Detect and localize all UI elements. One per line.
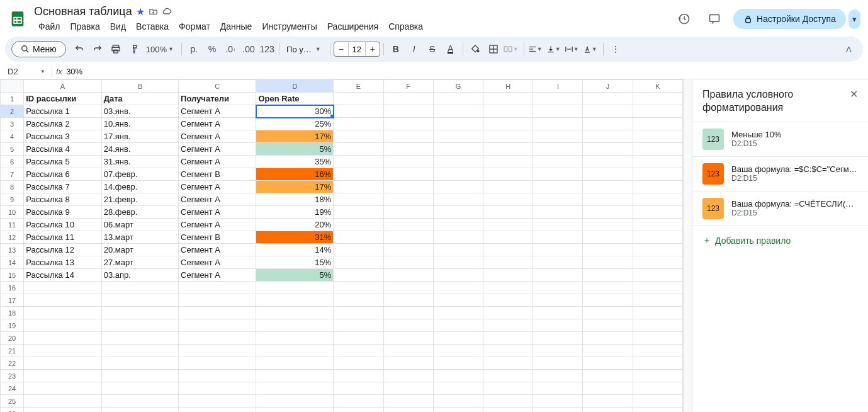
cell[interactable]	[583, 130, 633, 143]
cell[interactable]: 17%	[256, 181, 334, 193]
row-header-10[interactable]: 10	[1, 206, 24, 219]
column-header-H[interactable]: H	[483, 80, 533, 93]
cell[interactable]	[583, 168, 633, 181]
cell[interactable]	[433, 193, 483, 206]
cell[interactable]	[633, 382, 682, 395]
row-header-4[interactable]: 4	[1, 130, 24, 143]
cell[interactable]	[383, 206, 433, 219]
cell[interactable]	[256, 382, 334, 395]
cell[interactable]	[533, 219, 583, 231]
cell[interactable]	[334, 206, 383, 219]
more-formats-button[interactable]: 123	[258, 40, 276, 58]
cell[interactable]	[633, 168, 682, 181]
cell[interactable]	[433, 231, 483, 244]
cell[interactable]	[256, 408, 334, 413]
cell[interactable]	[583, 143, 633, 156]
redo-icon[interactable]	[89, 40, 106, 58]
move-folder-icon[interactable]	[149, 7, 158, 16]
vertical-scrollbar[interactable]	[683, 79, 692, 412]
row-header-8[interactable]: 8	[1, 181, 24, 193]
cell[interactable]	[483, 156, 533, 168]
cell[interactable]	[383, 408, 433, 413]
format-rule[interactable]: 123Ваша формула: =СЧЁТЕСЛИ($D$1D2:D15	[692, 191, 868, 226]
spreadsheet-grid[interactable]: ABCDEFGHIJK1ID рассылкиДатаПолучателиOpe…	[0, 79, 683, 412]
cell[interactable]	[334, 181, 383, 193]
cell[interactable]	[334, 118, 383, 130]
cell[interactable]: Рассылка 4	[24, 143, 101, 156]
cell[interactable]	[334, 332, 383, 345]
cell[interactable]	[583, 345, 633, 357]
cell[interactable]	[383, 345, 433, 357]
cell[interactable]	[334, 105, 383, 118]
cell[interactable]: Рассылка 6	[24, 168, 101, 181]
cell[interactable]	[334, 370, 383, 382]
cell[interactable]: Open Rate	[256, 93, 334, 105]
cell[interactable]	[24, 307, 101, 319]
cell[interactable]	[334, 143, 383, 156]
sheets-logo-icon[interactable]	[8, 9, 28, 29]
cell[interactable]: Рассылка 3	[24, 130, 101, 143]
row-header-16[interactable]: 16	[1, 282, 24, 294]
cloud-status-icon[interactable]	[162, 6, 172, 16]
cell[interactable]: 14%	[256, 244, 334, 256]
row-header-22[interactable]: 22	[1, 357, 24, 370]
cell[interactable]: Сегмент A	[179, 206, 256, 219]
cell[interactable]: Сегмент A	[179, 105, 256, 118]
cell[interactable]: 14.февр.	[101, 181, 178, 193]
cell[interactable]	[633, 244, 682, 256]
cell[interactable]	[24, 282, 101, 294]
cell[interactable]	[334, 256, 383, 269]
cell[interactable]	[533, 294, 583, 307]
cell[interactable]: 24.янв.	[101, 143, 178, 156]
history-icon[interactable]	[673, 8, 696, 30]
cell[interactable]	[483, 294, 533, 307]
row-header-3[interactable]: 3	[1, 118, 24, 130]
cell[interactable]: Рассылка 14	[24, 269, 101, 282]
cell[interactable]	[334, 168, 383, 181]
cell[interactable]	[433, 307, 483, 319]
collapse-toolbar-icon[interactable]: ᐱ	[841, 42, 857, 57]
cell[interactable]	[383, 105, 433, 118]
cell[interactable]	[533, 395, 583, 408]
row-header-23[interactable]: 23	[1, 370, 24, 382]
cell[interactable]	[583, 256, 633, 269]
cell[interactable]	[334, 244, 383, 256]
cell[interactable]	[433, 294, 483, 307]
cell[interactable]	[633, 332, 682, 345]
cell[interactable]: Сегмент A	[179, 256, 256, 269]
cell[interactable]	[24, 319, 101, 332]
cell[interactable]	[633, 143, 682, 156]
row-header-14[interactable]: 14	[1, 256, 24, 269]
cell[interactable]	[24, 382, 101, 395]
cell[interactable]	[533, 345, 583, 357]
zoom-dropdown[interactable]: 100%▼	[144, 45, 178, 54]
cell[interactable]	[433, 181, 483, 193]
cell[interactable]	[533, 168, 583, 181]
cell[interactable]	[633, 118, 682, 130]
cell[interactable]	[334, 408, 383, 413]
cell[interactable]	[483, 256, 533, 269]
column-header-K[interactable]: K	[633, 80, 682, 93]
cell[interactable]	[256, 357, 334, 370]
cell[interactable]	[433, 244, 483, 256]
row-header-2[interactable]: 2	[1, 105, 24, 118]
cell[interactable]	[383, 269, 433, 282]
cell[interactable]: 35%	[256, 156, 334, 168]
cell[interactable]: Сегмент A	[179, 181, 256, 193]
cell[interactable]	[101, 345, 178, 357]
cell[interactable]	[483, 244, 533, 256]
cell[interactable]	[256, 294, 334, 307]
cell[interactable]	[483, 382, 533, 395]
cell[interactable]	[533, 269, 583, 282]
font-family-dropdown[interactable]: По у…▼	[283, 45, 327, 54]
cell[interactable]	[179, 319, 256, 332]
cell[interactable]	[24, 332, 101, 345]
cell[interactable]	[383, 143, 433, 156]
cell[interactable]	[433, 143, 483, 156]
cell[interactable]	[101, 408, 178, 413]
cell[interactable]	[583, 231, 633, 244]
column-header-B[interactable]: B	[101, 80, 178, 93]
column-header-G[interactable]: G	[433, 80, 483, 93]
menu-Правка[interactable]: Правка	[65, 20, 104, 33]
cell[interactable]: 30%	[256, 105, 334, 118]
